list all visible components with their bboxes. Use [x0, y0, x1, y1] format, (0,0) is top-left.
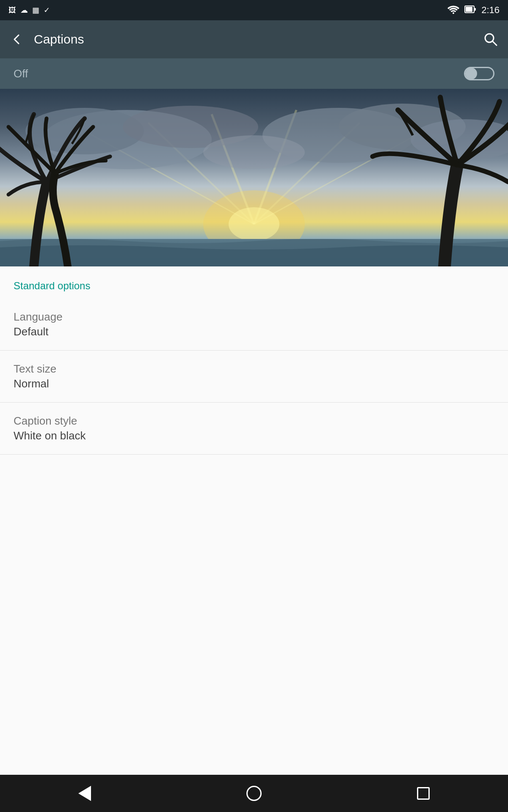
status-icons-left: 🖼 ☁ ▦ ✓: [8, 5, 50, 15]
wifi-icon: [447, 5, 459, 16]
svg-rect-3: [474, 8, 476, 11]
text-size-setting[interactable]: Text size Normal: [0, 351, 508, 403]
grid-icon: ▦: [32, 5, 39, 15]
bottom-nav: [0, 775, 508, 812]
caption-style-label: Caption style: [14, 414, 494, 428]
status-icons-right: 2:16: [447, 5, 500, 16]
language-label: Language: [14, 310, 494, 324]
toggle-label: Off: [14, 67, 28, 80]
svg-point-21: [203, 135, 305, 169]
back-icon: [78, 786, 91, 801]
home-icon: [246, 786, 262, 801]
svg-line-5: [492, 41, 497, 45]
battery-icon: [464, 5, 476, 16]
toggle-bar: Off: [0, 58, 508, 89]
toggle-track: [464, 67, 494, 80]
app-bar: Captions: [0, 20, 508, 58]
page-title: Captions: [34, 32, 84, 47]
search-button[interactable]: [483, 32, 498, 47]
language-setting[interactable]: Language Default: [0, 299, 508, 351]
upload-icon: ☁: [20, 5, 28, 15]
text-size-value: Normal: [14, 377, 494, 390]
text-size-label: Text size: [14, 362, 494, 376]
nav-recents-button[interactable]: [406, 776, 440, 810]
photo-icon: 🖼: [8, 6, 16, 15]
app-bar-left: Captions: [10, 32, 84, 47]
svg-rect-2: [466, 7, 472, 12]
language-value: Default: [14, 325, 494, 338]
settings-content: Standard options Language Default Text s…: [0, 266, 508, 775]
check-icon: ✓: [44, 5, 50, 15]
recents-icon: [417, 787, 430, 800]
section-title: Standard options: [14, 280, 90, 291]
caption-style-value: White on black: [14, 429, 494, 442]
back-button[interactable]: [10, 33, 24, 46]
hero-image: [0, 89, 508, 266]
svg-point-0: [453, 12, 454, 14]
status-bar: 🖼 ☁ ▦ ✓ 2:16: [0, 0, 508, 20]
toggle-thumb: [465, 68, 477, 80]
nav-home-button[interactable]: [237, 776, 271, 810]
captions-toggle[interactable]: [464, 67, 494, 80]
status-time: 2:16: [481, 5, 500, 16]
caption-style-setting[interactable]: Caption style White on black: [0, 403, 508, 455]
nav-back-button[interactable]: [68, 776, 102, 810]
section-header: Standard options: [0, 266, 508, 299]
